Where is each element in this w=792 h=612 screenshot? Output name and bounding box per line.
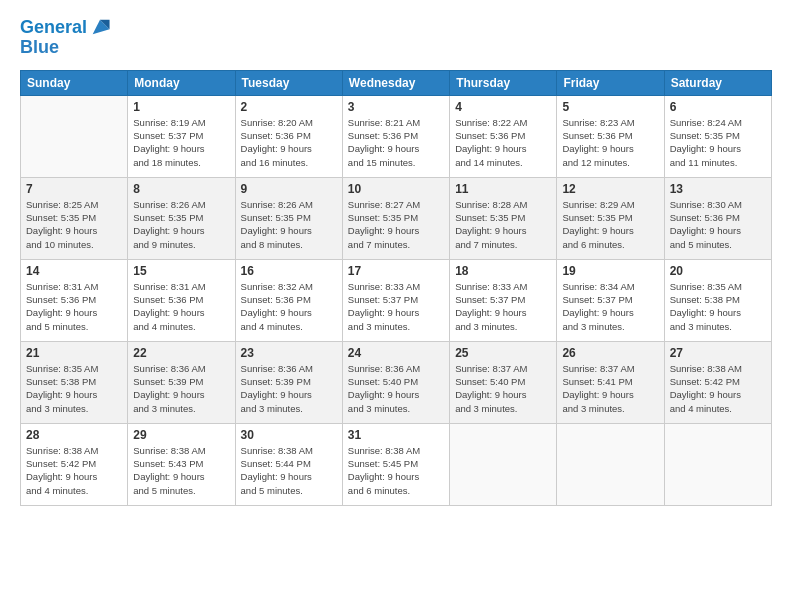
calendar-cell — [450, 423, 557, 505]
day-number: 12 — [562, 182, 658, 196]
weekday-header: Friday — [557, 70, 664, 95]
day-number: 28 — [26, 428, 122, 442]
day-number: 3 — [348, 100, 444, 114]
day-info: Sunrise: 8:30 AM Sunset: 5:36 PM Dayligh… — [670, 198, 766, 251]
weekday-header: Thursday — [450, 70, 557, 95]
day-number: 1 — [133, 100, 229, 114]
calendar-cell: 24Sunrise: 8:36 AM Sunset: 5:40 PM Dayli… — [342, 341, 449, 423]
logo: General Blue — [20, 18, 111, 58]
calendar-week-row: 1Sunrise: 8:19 AM Sunset: 5:37 PM Daylig… — [21, 95, 772, 177]
day-info: Sunrise: 8:37 AM Sunset: 5:41 PM Dayligh… — [562, 362, 658, 415]
day-info: Sunrise: 8:24 AM Sunset: 5:35 PM Dayligh… — [670, 116, 766, 169]
day-number: 11 — [455, 182, 551, 196]
day-info: Sunrise: 8:21 AM Sunset: 5:36 PM Dayligh… — [348, 116, 444, 169]
calendar-cell: 2Sunrise: 8:20 AM Sunset: 5:36 PM Daylig… — [235, 95, 342, 177]
calendar-week-row: 7Sunrise: 8:25 AM Sunset: 5:35 PM Daylig… — [21, 177, 772, 259]
day-info: Sunrise: 8:38 AM Sunset: 5:44 PM Dayligh… — [241, 444, 337, 497]
day-number: 2 — [241, 100, 337, 114]
calendar-cell: 5Sunrise: 8:23 AM Sunset: 5:36 PM Daylig… — [557, 95, 664, 177]
day-info: Sunrise: 8:25 AM Sunset: 5:35 PM Dayligh… — [26, 198, 122, 251]
day-info: Sunrise: 8:38 AM Sunset: 5:42 PM Dayligh… — [26, 444, 122, 497]
calendar-cell: 14Sunrise: 8:31 AM Sunset: 5:36 PM Dayli… — [21, 259, 128, 341]
day-info: Sunrise: 8:36 AM Sunset: 5:40 PM Dayligh… — [348, 362, 444, 415]
weekday-header: Wednesday — [342, 70, 449, 95]
day-number: 23 — [241, 346, 337, 360]
weekday-header: Tuesday — [235, 70, 342, 95]
day-info: Sunrise: 8:28 AM Sunset: 5:35 PM Dayligh… — [455, 198, 551, 251]
calendar-cell: 30Sunrise: 8:38 AM Sunset: 5:44 PM Dayli… — [235, 423, 342, 505]
day-info: Sunrise: 8:35 AM Sunset: 5:38 PM Dayligh… — [26, 362, 122, 415]
calendar-cell: 22Sunrise: 8:36 AM Sunset: 5:39 PM Dayli… — [128, 341, 235, 423]
calendar-cell: 11Sunrise: 8:28 AM Sunset: 5:35 PM Dayli… — [450, 177, 557, 259]
day-info: Sunrise: 8:27 AM Sunset: 5:35 PM Dayligh… — [348, 198, 444, 251]
calendar-week-row: 28Sunrise: 8:38 AM Sunset: 5:42 PM Dayli… — [21, 423, 772, 505]
day-number: 25 — [455, 346, 551, 360]
day-info: Sunrise: 8:33 AM Sunset: 5:37 PM Dayligh… — [348, 280, 444, 333]
day-info: Sunrise: 8:31 AM Sunset: 5:36 PM Dayligh… — [133, 280, 229, 333]
day-info: Sunrise: 8:35 AM Sunset: 5:38 PM Dayligh… — [670, 280, 766, 333]
calendar-cell: 26Sunrise: 8:37 AM Sunset: 5:41 PM Dayli… — [557, 341, 664, 423]
calendar-cell: 6Sunrise: 8:24 AM Sunset: 5:35 PM Daylig… — [664, 95, 771, 177]
day-info: Sunrise: 8:26 AM Sunset: 5:35 PM Dayligh… — [241, 198, 337, 251]
day-number: 17 — [348, 264, 444, 278]
weekday-header: Sunday — [21, 70, 128, 95]
calendar-cell: 18Sunrise: 8:33 AM Sunset: 5:37 PM Dayli… — [450, 259, 557, 341]
calendar-week-row: 21Sunrise: 8:35 AM Sunset: 5:38 PM Dayli… — [21, 341, 772, 423]
day-number: 15 — [133, 264, 229, 278]
calendar-cell — [557, 423, 664, 505]
calendar-cell: 25Sunrise: 8:37 AM Sunset: 5:40 PM Dayli… — [450, 341, 557, 423]
calendar-cell: 12Sunrise: 8:29 AM Sunset: 5:35 PM Dayli… — [557, 177, 664, 259]
day-info: Sunrise: 8:33 AM Sunset: 5:37 PM Dayligh… — [455, 280, 551, 333]
page-container: General Blue SundayMondayTuesdayWednesda… — [0, 0, 792, 612]
calendar-cell — [21, 95, 128, 177]
day-number: 26 — [562, 346, 658, 360]
day-info: Sunrise: 8:22 AM Sunset: 5:36 PM Dayligh… — [455, 116, 551, 169]
calendar-cell: 16Sunrise: 8:32 AM Sunset: 5:36 PM Dayli… — [235, 259, 342, 341]
day-info: Sunrise: 8:36 AM Sunset: 5:39 PM Dayligh… — [241, 362, 337, 415]
day-number: 10 — [348, 182, 444, 196]
day-info: Sunrise: 8:38 AM Sunset: 5:45 PM Dayligh… — [348, 444, 444, 497]
logo-text: General — [20, 18, 87, 38]
calendar-cell: 27Sunrise: 8:38 AM Sunset: 5:42 PM Dayli… — [664, 341, 771, 423]
calendar-week-row: 14Sunrise: 8:31 AM Sunset: 5:36 PM Dayli… — [21, 259, 772, 341]
day-number: 7 — [26, 182, 122, 196]
calendar-cell: 15Sunrise: 8:31 AM Sunset: 5:36 PM Dayli… — [128, 259, 235, 341]
day-number: 9 — [241, 182, 337, 196]
day-number: 27 — [670, 346, 766, 360]
day-info: Sunrise: 8:38 AM Sunset: 5:42 PM Dayligh… — [670, 362, 766, 415]
weekday-header: Saturday — [664, 70, 771, 95]
day-info: Sunrise: 8:38 AM Sunset: 5:43 PM Dayligh… — [133, 444, 229, 497]
calendar-cell: 29Sunrise: 8:38 AM Sunset: 5:43 PM Dayli… — [128, 423, 235, 505]
day-info: Sunrise: 8:37 AM Sunset: 5:40 PM Dayligh… — [455, 362, 551, 415]
day-info: Sunrise: 8:19 AM Sunset: 5:37 PM Dayligh… — [133, 116, 229, 169]
day-number: 5 — [562, 100, 658, 114]
calendar-cell: 13Sunrise: 8:30 AM Sunset: 5:36 PM Dayli… — [664, 177, 771, 259]
day-number: 20 — [670, 264, 766, 278]
calendar-cell: 31Sunrise: 8:38 AM Sunset: 5:45 PM Dayli… — [342, 423, 449, 505]
day-number: 31 — [348, 428, 444, 442]
calendar-cell: 3Sunrise: 8:21 AM Sunset: 5:36 PM Daylig… — [342, 95, 449, 177]
calendar-cell: 17Sunrise: 8:33 AM Sunset: 5:37 PM Dayli… — [342, 259, 449, 341]
calendar-cell: 8Sunrise: 8:26 AM Sunset: 5:35 PM Daylig… — [128, 177, 235, 259]
calendar-cell: 19Sunrise: 8:34 AM Sunset: 5:37 PM Dayli… — [557, 259, 664, 341]
header: General Blue — [20, 18, 772, 58]
calendar-cell: 1Sunrise: 8:19 AM Sunset: 5:37 PM Daylig… — [128, 95, 235, 177]
day-info: Sunrise: 8:36 AM Sunset: 5:39 PM Dayligh… — [133, 362, 229, 415]
day-info: Sunrise: 8:26 AM Sunset: 5:35 PM Dayligh… — [133, 198, 229, 251]
day-number: 22 — [133, 346, 229, 360]
day-number: 30 — [241, 428, 337, 442]
day-number: 18 — [455, 264, 551, 278]
day-number: 16 — [241, 264, 337, 278]
calendar-cell: 10Sunrise: 8:27 AM Sunset: 5:35 PM Dayli… — [342, 177, 449, 259]
day-number: 21 — [26, 346, 122, 360]
calendar-cell: 4Sunrise: 8:22 AM Sunset: 5:36 PM Daylig… — [450, 95, 557, 177]
calendar-cell: 23Sunrise: 8:36 AM Sunset: 5:39 PM Dayli… — [235, 341, 342, 423]
calendar-cell: 21Sunrise: 8:35 AM Sunset: 5:38 PM Dayli… — [21, 341, 128, 423]
logo-text-blue: Blue — [20, 38, 111, 58]
day-number: 29 — [133, 428, 229, 442]
calendar-cell: 9Sunrise: 8:26 AM Sunset: 5:35 PM Daylig… — [235, 177, 342, 259]
day-number: 6 — [670, 100, 766, 114]
day-number: 8 — [133, 182, 229, 196]
calendar-header-row: SundayMondayTuesdayWednesdayThursdayFrid… — [21, 70, 772, 95]
calendar-cell: 28Sunrise: 8:38 AM Sunset: 5:42 PM Dayli… — [21, 423, 128, 505]
